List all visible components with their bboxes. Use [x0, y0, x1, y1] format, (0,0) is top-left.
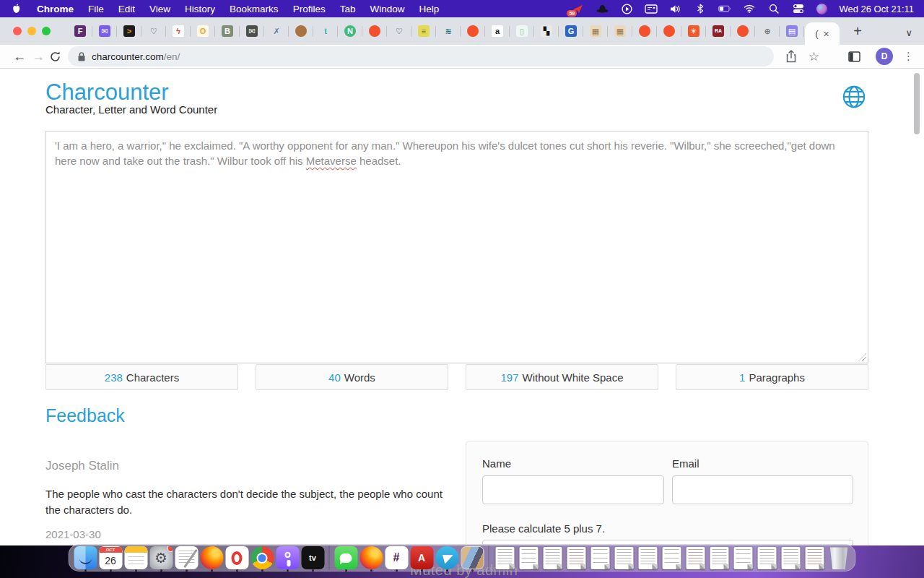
- dock-notes[interactable]: [123, 544, 149, 571]
- language-globe-icon[interactable]: [842, 85, 866, 109]
- tab-flash-colorful[interactable]: ϟ: [166, 17, 191, 45]
- hat-icon[interactable]: [596, 3, 609, 14]
- tab-photo-collage-2[interactable]: ▦: [608, 17, 632, 45]
- tab-bw-photo[interactable]: ▚: [534, 17, 559, 45]
- tab-heart-1[interactable]: ♡: [141, 17, 166, 45]
- apple-menu-icon[interactable]: [12, 4, 21, 14]
- minimized-document-3[interactable]: [541, 544, 565, 571]
- dock-podcasts[interactable]: [275, 544, 300, 571]
- menu-edit[interactable]: Edit: [111, 4, 142, 14]
- tab-globe-gray[interactable]: ⊕: [755, 17, 780, 45]
- email-field[interactable]: [672, 475, 853, 504]
- tab-crossed-utensils[interactable]: ✗: [264, 17, 289, 45]
- minimized-document-14[interactable]: [803, 544, 827, 571]
- dock-opera[interactable]: [225, 544, 250, 571]
- tab-amazon[interactable]: a: [485, 17, 510, 45]
- back-button[interactable]: ←: [10, 49, 29, 64]
- menu-bookmarks[interactable]: Bookmarks: [222, 4, 286, 14]
- forward-button[interactable]: →: [29, 49, 48, 64]
- new-tab-button[interactable]: +: [848, 23, 867, 40]
- dock-messages[interactable]: [334, 544, 359, 571]
- tab-duck-1[interactable]: [362, 17, 387, 45]
- bookmark-star-icon[interactable]: ☆: [808, 49, 819, 64]
- dock-acrobat[interactable]: A: [409, 544, 435, 571]
- zoom-window-button[interactable]: [42, 27, 51, 35]
- menu-app-name[interactable]: Chrome: [30, 4, 81, 14]
- tab-t-teal[interactable]: t: [313, 17, 338, 45]
- textarea-resize-handle[interactable]: [858, 353, 866, 361]
- minimized-document-1[interactable]: [493, 544, 517, 571]
- wifi-icon[interactable]: [743, 3, 756, 14]
- menu-tab[interactable]: Tab: [333, 4, 363, 14]
- control-center-icon[interactable]: [792, 3, 805, 14]
- tab-mint-app[interactable]: ▯: [510, 17, 534, 45]
- tab-coin-brown[interactable]: [289, 17, 313, 45]
- dock-firefox-2[interactable]: [359, 544, 384, 571]
- tab-ra-red[interactable]: RA: [706, 17, 731, 45]
- tab-b-sage[interactable]: B: [215, 17, 240, 45]
- dock-slack[interactable]: #: [384, 544, 409, 571]
- search-icon[interactable]: [767, 3, 780, 14]
- dock-textedit[interactable]: [174, 544, 199, 571]
- text-input[interactable]: 'I am a hero, a warrior," he exclaimed. …: [45, 131, 868, 363]
- siri-icon[interactable]: [816, 4, 827, 14]
- menu-history[interactable]: History: [178, 4, 222, 14]
- menu-window[interactable]: Window: [362, 4, 411, 14]
- tab-f-letter[interactable]: F: [68, 17, 92, 45]
- side-panel-icon[interactable]: [847, 49, 861, 64]
- tab-heart-2[interactable]: ♡: [387, 17, 411, 45]
- minimized-document-5[interactable]: [588, 544, 612, 571]
- window-keyboard-icon[interactable]: [645, 3, 658, 14]
- notification-app-icon[interactable]: 59: [571, 3, 584, 14]
- menu-clock[interactable]: Wed 26 Oct 21:11: [839, 4, 914, 14]
- minimized-document-4[interactable]: [565, 544, 588, 571]
- tab-n-green[interactable]: N: [338, 17, 362, 45]
- tab-duck-3[interactable]: [632, 17, 657, 45]
- share-icon[interactable]: [784, 49, 798, 64]
- minimized-document-2[interactable]: [517, 544, 541, 571]
- page-scrollbar[interactable]: [914, 73, 920, 134]
- menu-profiles[interactable]: Profiles: [286, 4, 333, 14]
- tab-photo-collage-1[interactable]: ▦: [583, 17, 608, 45]
- minimized-document-8[interactable]: [660, 544, 684, 571]
- menu-file[interactable]: File: [81, 4, 111, 14]
- minimized-document-9[interactable]: [684, 544, 707, 571]
- tab-o-orange[interactable]: O: [191, 17, 215, 45]
- minimized-document-7[interactable]: [636, 544, 660, 571]
- tab-mail-violet[interactable]: ✉: [92, 17, 117, 45]
- dock-trash[interactable]: [827, 544, 852, 571]
- tab-duck-5[interactable]: [731, 17, 755, 45]
- reload-button[interactable]: [48, 49, 62, 64]
- tab-duck-4[interactable]: [657, 17, 681, 45]
- tab-search-chevron-icon[interactable]: ∨: [905, 27, 912, 38]
- menu-view[interactable]: View: [142, 4, 178, 14]
- menu-help[interactable]: Help: [411, 4, 446, 14]
- dock-system-settings[interactable]: [149, 544, 174, 571]
- minimize-window-button[interactable]: [27, 27, 36, 35]
- tab-envelope-dark[interactable]: ✉: [240, 17, 264, 45]
- tab-g-blue[interactable]: G: [559, 17, 583, 45]
- tab-lamp-orange[interactable]: ☀: [681, 17, 706, 45]
- battery-icon[interactable]: [718, 3, 731, 14]
- volume-icon[interactable]: [669, 3, 682, 14]
- dock-telegram[interactable]: [435, 544, 460, 571]
- tab-copy-purple[interactable]: ▤: [780, 17, 804, 45]
- minimized-document-11[interactable]: [731, 544, 755, 571]
- close-tab-icon[interactable]: ×: [823, 29, 829, 39]
- play-circle-icon[interactable]: [620, 3, 633, 14]
- tab-layers-teal[interactable]: ≋: [436, 17, 461, 45]
- minimized-document-13[interactable]: [779, 544, 803, 571]
- name-field[interactable]: [482, 475, 664, 504]
- dock-finder[interactable]: [73, 544, 98, 571]
- dock-apple-tv[interactable]: tv: [300, 544, 326, 571]
- active-tab[interactable]: ( ×: [805, 22, 840, 45]
- address-bar[interactable]: charcounter.com/en/: [68, 46, 774, 66]
- tab-card-yellow[interactable]: ≡: [411, 17, 436, 45]
- close-window-button[interactable]: [13, 27, 22, 35]
- dock-photos[interactable]: [460, 544, 485, 571]
- tab-plex[interactable]: >: [117, 17, 141, 45]
- bluetooth-icon[interactable]: [694, 3, 707, 14]
- chrome-menu-icon[interactable]: ⋮: [903, 50, 914, 63]
- dock-calendar[interactable]: OCT26: [98, 544, 123, 571]
- dock-firefox[interactable]: [199, 544, 225, 571]
